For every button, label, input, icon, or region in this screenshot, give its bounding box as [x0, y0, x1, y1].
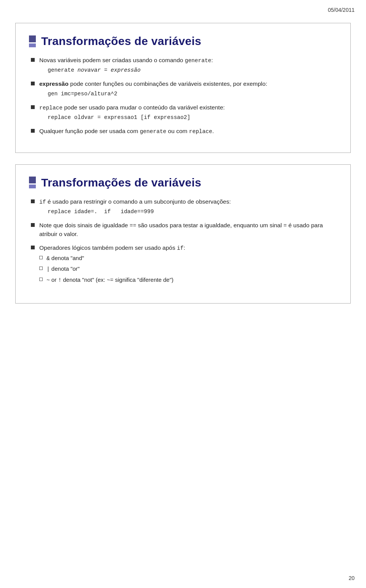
- slide-1-accent: [29, 35, 36, 47]
- accent-bottom: [29, 185, 36, 188]
- bullet-content: Note que dois sinais de igualdade == são…: [39, 221, 337, 238]
- bullet-icon: [31, 246, 35, 249]
- text-code: if: [39, 199, 46, 205]
- list-item: expressão pode conter funções ou combina…: [31, 80, 337, 98]
- slide-2-title: Transformações de variáveis: [41, 176, 201, 189]
- text-normal: ou com: [166, 128, 189, 134]
- accent-top: [29, 35, 36, 42]
- slide-1-header: Transformações de variáveis: [29, 35, 337, 48]
- sub-content: generate novavar = expressão: [39, 66, 337, 74]
- text-code: generate: [140, 129, 167, 135]
- sub-bullet-content: ~ or ! denota "not" (ex: ~= significa "d…: [47, 276, 337, 284]
- slide-1-body: Novas variáveis podem ser criadas usando…: [29, 56, 337, 136]
- list-item: Novas variáveis podem ser criadas usando…: [31, 56, 337, 74]
- page-number: 20: [348, 575, 355, 581]
- bullet-content: Qualquer função pode ser usada com gener…: [39, 127, 337, 136]
- text-code: replace: [39, 105, 63, 111]
- code-block: gen imc=peso/altura^2: [48, 91, 117, 97]
- list-item: Qualquer função pode ser usada com gener…: [31, 127, 337, 136]
- bullet-content: replace pode ser usado para mudar o cont…: [39, 103, 337, 122]
- sub-bullet-icon: [39, 267, 43, 270]
- slide-2-accent: [29, 177, 36, 188]
- text-normal: .: [212, 128, 214, 134]
- code-block: replace idade=. if idade==999: [48, 209, 154, 215]
- slide-1-title: Transformações de variáveis: [41, 35, 201, 48]
- text-normal: pode ser usado para mudar o conteúdo da …: [63, 104, 225, 111]
- text-code: ~=: [107, 277, 113, 283]
- text-normal: é usado para restringir o comando a um s…: [46, 198, 231, 205]
- code-block: generate novavar = expressão: [48, 67, 141, 73]
- sub-content: gen imc=peso/altura^2: [39, 89, 337, 98]
- sub-content: replace idade=. if idade==999: [39, 207, 337, 216]
- text-normal: denota "not" (ex:: [61, 276, 107, 283]
- list-item: ~ or ! denota "not" (ex: ~= significa "d…: [39, 276, 337, 284]
- text-code: &: [47, 255, 50, 262]
- bullet-content: Novas variáveis podem ser criadas usando…: [39, 56, 337, 74]
- text-code: !: [58, 277, 61, 283]
- sub-bullet-list: & denota "and" | denota "or": [39, 254, 337, 284]
- text-code: replace: [189, 129, 212, 135]
- text-normal: Note que dois sinais de igualdade: [39, 222, 130, 228]
- text-code: if: [177, 245, 183, 251]
- text-normal: pode conter funções ou combinações de va…: [69, 80, 267, 87]
- list-item: replace pode ser usado para mudar o cont…: [31, 103, 337, 122]
- list-item: Note que dois sinais de igualdade == são…: [31, 221, 337, 238]
- text-normal: são usados para testar a igualdade, enqu…: [136, 222, 283, 228]
- slide-2-body: if é usado para restringir o comando a u…: [29, 198, 337, 286]
- page-date: 05/04/2011: [328, 7, 355, 13]
- text-normal: Operadores lógicos também podem ser usad…: [39, 244, 177, 251]
- text-code: generate: [185, 58, 212, 64]
- sub-content: replace oldvar = expressao1 [if expressa…: [39, 113, 337, 122]
- list-item: & denota "and": [39, 254, 337, 262]
- list-item: Operadores lógicos também podem ser usad…: [31, 244, 337, 286]
- sub-bullet-content: & denota "and": [47, 254, 337, 262]
- text-normal: or: [50, 276, 58, 283]
- bullet-icon: [31, 82, 35, 85]
- slide-container: Transformações de variáveis Novas variáv…: [15, 23, 351, 304]
- slide-1: Transformações de variáveis Novas variáv…: [15, 23, 351, 153]
- bullet-icon: [31, 58, 35, 62]
- bullet-content: Operadores lógicos também podem ser usad…: [39, 244, 337, 286]
- text-code: =: [283, 223, 287, 229]
- sub-bullet-icon: [39, 256, 43, 259]
- bullet-content: if é usado para restringir o comando a u…: [39, 198, 337, 216]
- text-code: ==: [130, 223, 136, 229]
- accent-bottom: [29, 43, 36, 47]
- sub-bullet-content: | denota "or": [47, 265, 337, 273]
- text-code: ~: [47, 277, 50, 283]
- bullet-icon: [31, 199, 35, 203]
- slide-2-bullets: if é usado para restringir o comando a u…: [31, 198, 337, 286]
- text-normal: denota "and": [50, 255, 84, 261]
- code-block: replace oldvar = expressao1 [if expressa…: [48, 114, 190, 120]
- text-normal: denota "or": [50, 265, 80, 272]
- bullet-content: expressão pode conter funções ou combina…: [39, 80, 337, 98]
- text-normal: Novas variáveis podem ser criadas usando…: [39, 57, 185, 63]
- list-item: if é usado para restringir o comando a u…: [31, 198, 337, 216]
- sub-bullet-icon: [39, 278, 43, 281]
- bullet-icon: [31, 105, 35, 109]
- text-bold: expressão: [39, 80, 69, 87]
- bullet-icon: [31, 129, 35, 133]
- text-code: |: [47, 266, 50, 272]
- list-item: | denota "or": [39, 265, 337, 273]
- bullet-icon: [31, 223, 35, 227]
- slide-2-header: Transformações de variáveis: [29, 176, 337, 189]
- text-normal: :: [211, 57, 213, 63]
- text-normal: :: [183, 244, 185, 251]
- text-normal: Qualquer função pode ser usada com: [39, 128, 140, 134]
- slide-2: Transformações de variáveis if é usado p…: [15, 164, 351, 304]
- text-normal: significa "diferente de"): [114, 276, 173, 283]
- accent-top: [29, 177, 36, 183]
- slide-1-bullets: Novas variáveis podem ser criadas usando…: [31, 56, 337, 136]
